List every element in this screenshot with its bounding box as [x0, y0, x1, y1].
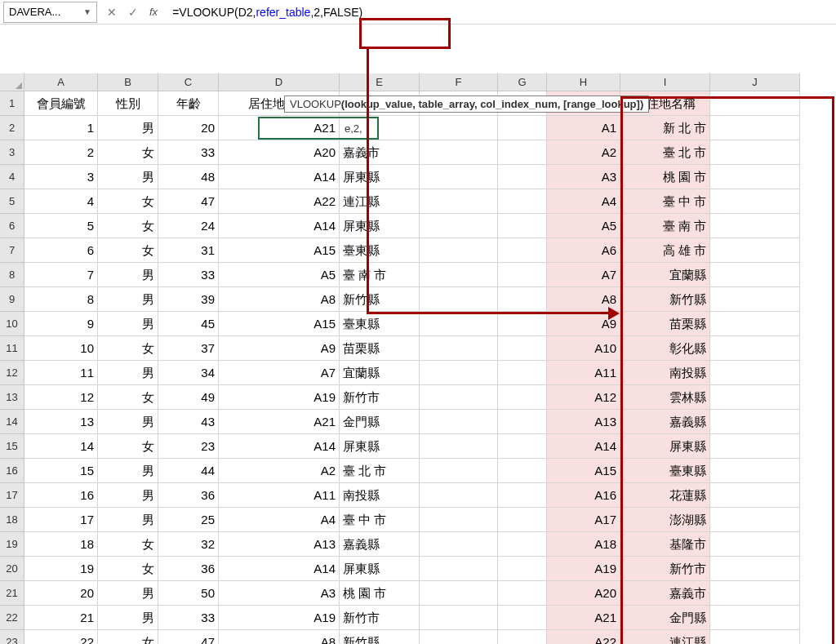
- cell-C[interactable]: 49: [158, 385, 219, 410]
- cell-F[interactable]: [420, 459, 498, 483]
- cell-B[interactable]: 女: [98, 189, 158, 214]
- cell-G[interactable]: [498, 361, 547, 385]
- row-header-8[interactable]: 8: [0, 263, 24, 287]
- cell-A[interactable]: 14: [24, 434, 98, 459]
- cell-D[interactable]: A15: [219, 238, 340, 263]
- cell-B[interactable]: 男: [98, 581, 158, 606]
- cell-D[interactable]: A21: [219, 410, 340, 434]
- refer-code[interactable]: A15: [547, 459, 620, 483]
- cell-F[interactable]: [420, 557, 498, 581]
- row-header-16[interactable]: 16: [0, 459, 24, 483]
- cell-A[interactable]: 18: [24, 532, 98, 557]
- cell-C[interactable]: 24: [158, 214, 219, 238]
- cell-G[interactable]: [498, 165, 547, 189]
- cell-A[interactable]: 21: [24, 606, 98, 630]
- cell-E[interactable]: 連江縣: [340, 189, 420, 214]
- cell-C[interactable]: 36: [158, 557, 219, 581]
- column-header-B[interactable]: B: [98, 73, 158, 91]
- main-header[interactable]: 年齡: [158, 91, 219, 116]
- cell-B[interactable]: 男: [98, 483, 158, 508]
- cell-B[interactable]: 男: [98, 263, 158, 287]
- cell-A[interactable]: 5: [24, 214, 98, 238]
- chevron-down-icon[interactable]: ▼: [83, 7, 91, 16]
- name-box[interactable]: DAVERA... ▼: [3, 2, 97, 23]
- refer-code[interactable]: A4: [547, 189, 620, 214]
- cell-C[interactable]: 23: [158, 434, 219, 459]
- cell-C[interactable]: 50: [158, 581, 219, 606]
- select-all-button[interactable]: [0, 73, 24, 91]
- cell-E[interactable]: 桃 園 市: [340, 581, 420, 606]
- cell-F[interactable]: [420, 140, 498, 165]
- row-header-18[interactable]: 18: [0, 508, 24, 532]
- cell-E[interactable]: 新竹縣: [340, 630, 420, 644]
- cell-F[interactable]: [420, 532, 498, 557]
- cell-F[interactable]: [420, 483, 498, 508]
- cell-C[interactable]: 37: [158, 336, 219, 361]
- row-header-20[interactable]: 20: [0, 557, 24, 581]
- cell-G[interactable]: [498, 312, 547, 336]
- cell-D[interactable]: A15: [219, 312, 340, 336]
- refer-code[interactable]: A19: [547, 557, 620, 581]
- cell-B[interactable]: 女: [98, 238, 158, 263]
- cell-C[interactable]: 33: [158, 263, 219, 287]
- cell-E[interactable]: 臺 南 市: [340, 263, 420, 287]
- column-header-I[interactable]: I: [620, 73, 710, 91]
- cell-B[interactable]: 男: [98, 459, 158, 483]
- cell-C[interactable]: 47: [158, 189, 219, 214]
- row-header-1[interactable]: 1: [0, 91, 24, 116]
- cell-B[interactable]: 男: [98, 508, 158, 532]
- cell-G[interactable]: [498, 140, 547, 165]
- cell-G[interactable]: [498, 459, 547, 483]
- cell-B[interactable]: 男: [98, 287, 158, 312]
- cell-C[interactable]: 32: [158, 532, 219, 557]
- cell-G[interactable]: [498, 238, 547, 263]
- cell-G[interactable]: [498, 189, 547, 214]
- cell-B[interactable]: 女: [98, 532, 158, 557]
- cell-B[interactable]: 女: [98, 385, 158, 410]
- cell-C[interactable]: 31: [158, 238, 219, 263]
- column-header-H[interactable]: H: [547, 73, 620, 91]
- cell-D[interactable]: A5: [219, 263, 340, 287]
- cell-D[interactable]: A3: [219, 581, 340, 606]
- cell-D[interactable]: A22: [219, 189, 340, 214]
- refer-code[interactable]: A21: [547, 606, 620, 630]
- cell-B[interactable]: 男: [98, 361, 158, 385]
- cell-E[interactable]: 臺東縣: [340, 312, 420, 336]
- refer-code[interactable]: A22: [547, 630, 620, 644]
- cell-B[interactable]: 女: [98, 434, 158, 459]
- cell-D[interactable]: A14: [219, 557, 340, 581]
- refer-code[interactable]: A2: [547, 140, 620, 165]
- cancel-icon[interactable]: ✕: [107, 6, 117, 19]
- cell-C[interactable]: 20: [158, 116, 219, 140]
- cell-B[interactable]: 女: [98, 336, 158, 361]
- cell-E[interactable]: 屏東縣: [340, 434, 420, 459]
- fx-icon[interactable]: fx: [149, 6, 158, 18]
- cell-C[interactable]: 43: [158, 410, 219, 434]
- cell-F[interactable]: [420, 287, 498, 312]
- cell-D[interactable]: A19: [219, 606, 340, 630]
- column-header-J[interactable]: J: [710, 73, 800, 91]
- cell-D[interactable]: A20: [219, 140, 340, 165]
- cell-F[interactable]: [420, 336, 498, 361]
- cell-A[interactable]: 7: [24, 263, 98, 287]
- row-header-3[interactable]: 3: [0, 140, 24, 165]
- cell-E[interactable]: 臺東縣: [340, 238, 420, 263]
- cell-B[interactable]: 男: [98, 410, 158, 434]
- column-header-F[interactable]: F: [420, 73, 498, 91]
- cell-G[interactable]: [498, 630, 547, 644]
- cell-C[interactable]: 36: [158, 483, 219, 508]
- cell-A[interactable]: 6: [24, 238, 98, 263]
- cell-G[interactable]: [498, 385, 547, 410]
- row-header-19[interactable]: 19: [0, 532, 24, 557]
- column-header-D[interactable]: D: [219, 73, 340, 91]
- refer-code[interactable]: A1: [547, 116, 620, 140]
- row-header-14[interactable]: 14: [0, 410, 24, 434]
- cell-F[interactable]: [420, 606, 498, 630]
- row-header-13[interactable]: 13: [0, 385, 24, 410]
- cell-A[interactable]: 2: [24, 140, 98, 165]
- row-header-5[interactable]: 5: [0, 189, 24, 214]
- refer-code[interactable]: A6: [547, 238, 620, 263]
- row-header-22[interactable]: 22: [0, 606, 24, 630]
- refer-code[interactable]: A13: [547, 410, 620, 434]
- cell-A[interactable]: 19: [24, 557, 98, 581]
